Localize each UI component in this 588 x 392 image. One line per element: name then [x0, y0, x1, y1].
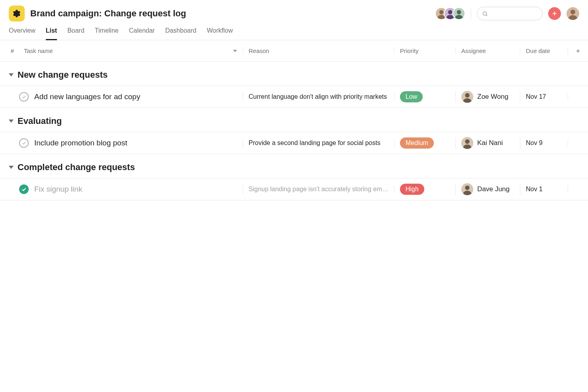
section-header[interactable]: New change requests [0, 62, 588, 86]
complete-checkbox[interactable] [19, 138, 29, 148]
add-column-button[interactable] [568, 48, 588, 54]
chevron-down-icon [233, 50, 237, 52]
column-header-assignee[interactable]: Assignee [456, 47, 520, 54]
task-row[interactable]: Include promotion blog postProvide a sec… [0, 132, 588, 154]
tab-dashboard[interactable]: Dashboard [165, 27, 196, 40]
column-header-number[interactable]: # [0, 47, 16, 54]
section-header[interactable]: Completed change requests [0, 154, 588, 178]
due-date-cell[interactable]: Nov 17 [520, 93, 568, 100]
column-header-due[interactable]: Due date [520, 47, 568, 54]
assignee-avatar [461, 137, 473, 149]
tab-timeline[interactable]: Timeline [95, 27, 119, 40]
table-header: # Task name Reason Priority Assignee Due… [0, 40, 588, 62]
priority-pill: Low [400, 91, 423, 102]
divider [471, 8, 471, 19]
task-name: Include promotion blog post [34, 139, 127, 147]
complete-checkbox[interactable] [19, 92, 29, 102]
project-title[interactable]: Brand campaign: Change request log [30, 8, 186, 19]
column-header-task-label: Task name [24, 47, 53, 54]
column-header-priority[interactable]: Priority [394, 47, 456, 54]
task-name: Fix signup link [34, 185, 82, 194]
assignee-avatar [461, 183, 473, 195]
assignee-name: Zoe Wong [477, 93, 508, 101]
assignee-cell[interactable]: Kai Nani [456, 137, 520, 149]
tab-overview[interactable]: Overview [9, 27, 35, 40]
due-date-cell[interactable]: Nov 9 [520, 139, 568, 147]
svg-point-15 [465, 93, 469, 98]
svg-point-6 [483, 12, 487, 15]
reason-cell[interactable]: Provide a second landing page for social… [243, 139, 394, 147]
user-avatar[interactable] [566, 7, 579, 20]
check-icon [22, 141, 26, 145]
collaborator-avatars[interactable] [435, 7, 465, 20]
priority-pill: High [400, 184, 424, 195]
assignee-name: Kai Nani [477, 139, 503, 147]
gear-icon [12, 9, 21, 18]
svg-point-17 [465, 139, 469, 144]
svg-point-5 [457, 10, 461, 14]
check-icon [21, 186, 27, 192]
svg-point-19 [465, 186, 469, 190]
tab-workflow[interactable]: Workflow [207, 27, 233, 40]
task-row[interactable]: Fix signup linkSignup landing page isn't… [0, 178, 588, 200]
svg-point-3 [448, 10, 453, 14]
assignee-cell[interactable]: Dave Jung [456, 183, 520, 195]
tab-list[interactable]: List [46, 27, 57, 40]
project-icon[interactable] [9, 6, 25, 22]
plus-icon [551, 10, 558, 17]
tab-board[interactable]: Board [67, 27, 84, 40]
priority-cell[interactable]: Medium [394, 137, 456, 149]
column-header-reason[interactable]: Reason [243, 47, 394, 54]
reason-cell[interactable]: Current language don't align with priori… [243, 93, 394, 100]
search-icon [482, 11, 488, 17]
caret-down-icon [9, 166, 14, 169]
section-title: Evaluating [18, 116, 62, 126]
assignee-name: Dave Jung [477, 185, 510, 193]
avatar [453, 7, 465, 20]
tabs: OverviewListBoardTimelineCalendarDashboa… [0, 22, 588, 40]
priority-pill: Medium [400, 137, 434, 149]
add-button[interactable] [548, 7, 561, 20]
plus-icon [575, 48, 581, 54]
assignee-cell[interactable]: Zoe Wong [456, 91, 520, 103]
search-box[interactable] [477, 7, 543, 20]
reason-cell[interactable]: Signup landing page isn't accurately sto… [243, 186, 394, 193]
priority-cell[interactable]: Low [394, 91, 456, 102]
check-icon [22, 94, 26, 99]
section-title: Completed change requests [18, 162, 135, 172]
section-header[interactable]: Evaluating [0, 108, 588, 132]
due-date-cell[interactable]: Nov 1 [520, 186, 568, 193]
tab-calendar[interactable]: Calendar [129, 27, 155, 40]
svg-point-1 [439, 10, 444, 14]
svg-point-11 [570, 10, 575, 14]
caret-down-icon [9, 120, 14, 123]
task-row[interactable]: Add new languages for ad copyCurrent lan… [0, 86, 588, 108]
column-header-task[interactable]: Task name [16, 47, 243, 54]
complete-checkbox[interactable] [19, 184, 29, 194]
section-title: New change requests [18, 70, 108, 80]
svg-line-7 [486, 15, 487, 16]
task-name: Add new languages for ad copy [34, 92, 140, 101]
caret-down-icon [9, 73, 14, 76]
priority-cell[interactable]: High [394, 184, 456, 195]
assignee-avatar [461, 91, 473, 103]
